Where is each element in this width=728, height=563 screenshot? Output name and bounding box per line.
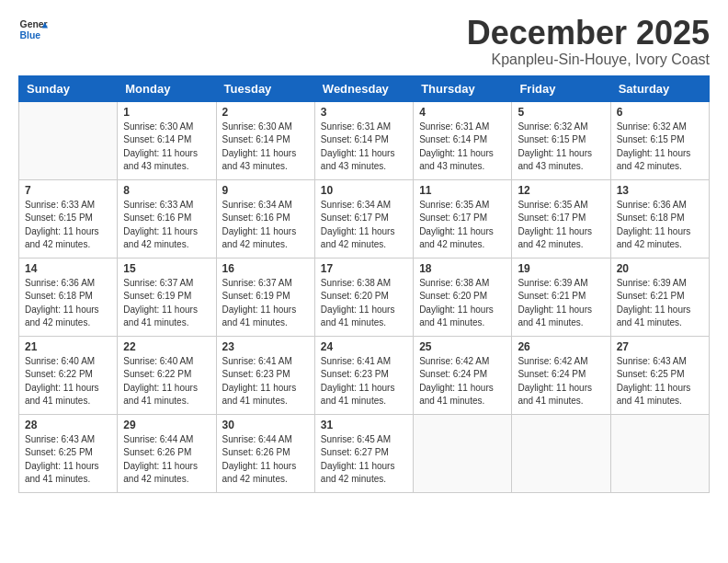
- day-number: 1: [123, 106, 210, 119]
- calendar-cell: 2Sunrise: 6:30 AM Sunset: 6:14 PM Daylig…: [216, 101, 314, 179]
- day-info: Sunrise: 6:37 AM Sunset: 6:19 PM Dayligh…: [222, 277, 309, 330]
- day-info: Sunrise: 6:43 AM Sunset: 6:25 PM Dayligh…: [617, 355, 703, 408]
- calendar-cell: 23Sunrise: 6:41 AM Sunset: 6:23 PM Dayli…: [216, 336, 314, 414]
- day-info: Sunrise: 6:42 AM Sunset: 6:24 PM Dayligh…: [518, 355, 604, 408]
- calendar-week-row: 28Sunrise: 6:43 AM Sunset: 6:25 PM Dayli…: [19, 414, 710, 492]
- day-info: Sunrise: 6:43 AM Sunset: 6:25 PM Dayligh…: [25, 433, 111, 487]
- day-info: Sunrise: 6:32 AM Sunset: 6:15 PM Dayligh…: [518, 121, 604, 174]
- day-number: 15: [123, 262, 210, 275]
- calendar-week-row: 21Sunrise: 6:40 AM Sunset: 6:22 PM Dayli…: [19, 336, 710, 414]
- calendar-cell: 10Sunrise: 6:34 AM Sunset: 6:17 PM Dayli…: [314, 179, 413, 258]
- day-info: Sunrise: 6:40 AM Sunset: 6:22 PM Dayligh…: [123, 355, 210, 408]
- calendar-cell: 31Sunrise: 6:45 AM Sunset: 6:27 PM Dayli…: [314, 414, 413, 492]
- day-number: 4: [419, 106, 506, 119]
- calendar-cell: 16Sunrise: 6:37 AM Sunset: 6:19 PM Dayli…: [216, 258, 314, 336]
- calendar-cell: [414, 414, 512, 492]
- day-info: Sunrise: 6:34 AM Sunset: 6:16 PM Dayligh…: [222, 199, 309, 252]
- calendar-cell: 22Sunrise: 6:40 AM Sunset: 6:22 PM Dayli…: [118, 336, 216, 414]
- day-number: 9: [222, 184, 309, 197]
- day-info: Sunrise: 6:39 AM Sunset: 6:21 PM Dayligh…: [518, 277, 604, 330]
- day-info: Sunrise: 6:34 AM Sunset: 6:17 PM Dayligh…: [321, 199, 407, 252]
- calendar-cell: 1Sunrise: 6:30 AM Sunset: 6:14 PM Daylig…: [118, 101, 216, 179]
- day-number: 29: [123, 419, 210, 431]
- calendar-week-row: 1Sunrise: 6:30 AM Sunset: 6:14 PM Daylig…: [19, 101, 710, 179]
- day-number: 12: [518, 184, 604, 197]
- svg-text:Blue: Blue: [20, 30, 41, 40]
- day-number: 26: [518, 340, 604, 353]
- day-number: 19: [518, 262, 604, 275]
- calendar-day-header: Thursday: [414, 75, 512, 101]
- day-number: 21: [25, 340, 111, 353]
- calendar-day-header: Friday: [512, 75, 610, 101]
- day-number: 13: [617, 184, 703, 197]
- day-info: Sunrise: 6:42 AM Sunset: 6:24 PM Dayligh…: [419, 355, 506, 408]
- calendar-cell: 20Sunrise: 6:39 AM Sunset: 6:21 PM Dayli…: [610, 258, 709, 336]
- calendar-cell: 17Sunrise: 6:38 AM Sunset: 6:20 PM Dayli…: [314, 258, 413, 336]
- day-info: Sunrise: 6:44 AM Sunset: 6:26 PM Dayligh…: [222, 433, 309, 487]
- day-number: 28: [25, 419, 111, 431]
- day-info: Sunrise: 6:41 AM Sunset: 6:23 PM Dayligh…: [321, 355, 407, 408]
- day-info: Sunrise: 6:36 AM Sunset: 6:18 PM Dayligh…: [25, 277, 111, 330]
- calendar-day-header: Tuesday: [216, 75, 314, 101]
- day-info: Sunrise: 6:38 AM Sunset: 6:20 PM Dayligh…: [419, 277, 506, 330]
- day-info: Sunrise: 6:31 AM Sunset: 6:14 PM Dayligh…: [419, 121, 506, 174]
- calendar-day-header: Wednesday: [314, 75, 413, 101]
- day-info: Sunrise: 6:32 AM Sunset: 6:15 PM Dayligh…: [617, 121, 703, 174]
- calendar-cell: [19, 101, 118, 179]
- calendar-subtitle: Kpanpleu-Sin-Houye, Ivory Coast: [467, 52, 710, 68]
- day-info: Sunrise: 6:39 AM Sunset: 6:21 PM Dayligh…: [617, 277, 703, 330]
- day-info: Sunrise: 6:30 AM Sunset: 6:14 PM Dayligh…: [222, 121, 309, 174]
- day-info: Sunrise: 6:35 AM Sunset: 6:17 PM Dayligh…: [518, 199, 604, 252]
- day-info: Sunrise: 6:45 AM Sunset: 6:27 PM Dayligh…: [321, 433, 407, 487]
- day-number: 24: [321, 340, 407, 353]
- calendar-table: SundayMondayTuesdayWednesdayThursdayFrid…: [18, 75, 710, 493]
- day-number: 17: [321, 262, 407, 275]
- day-number: 14: [25, 262, 111, 275]
- day-info: Sunrise: 6:35 AM Sunset: 6:17 PM Dayligh…: [419, 199, 506, 252]
- day-info: Sunrise: 6:38 AM Sunset: 6:20 PM Dayligh…: [321, 277, 407, 330]
- day-info: Sunrise: 6:40 AM Sunset: 6:22 PM Dayligh…: [25, 355, 111, 408]
- day-number: 3: [321, 106, 407, 119]
- calendar-cell: 15Sunrise: 6:37 AM Sunset: 6:19 PM Dayli…: [118, 258, 216, 336]
- day-number: 22: [123, 340, 210, 353]
- calendar-cell: 26Sunrise: 6:42 AM Sunset: 6:24 PM Dayli…: [512, 336, 610, 414]
- calendar-week-row: 7Sunrise: 6:33 AM Sunset: 6:15 PM Daylig…: [19, 179, 710, 258]
- calendar-cell: 7Sunrise: 6:33 AM Sunset: 6:15 PM Daylig…: [19, 179, 118, 258]
- day-number: 7: [25, 184, 111, 197]
- day-info: Sunrise: 6:41 AM Sunset: 6:23 PM Dayligh…: [222, 355, 309, 408]
- calendar-cell: [610, 414, 709, 492]
- day-info: Sunrise: 6:33 AM Sunset: 6:15 PM Dayligh…: [25, 199, 111, 252]
- calendar-header-row: SundayMondayTuesdayWednesdayThursdayFrid…: [19, 75, 710, 101]
- day-number: 8: [123, 184, 210, 197]
- calendar-cell: 9Sunrise: 6:34 AM Sunset: 6:16 PM Daylig…: [216, 179, 314, 258]
- calendar-title: December 2025: [467, 15, 710, 52]
- calendar-cell: 19Sunrise: 6:39 AM Sunset: 6:21 PM Dayli…: [512, 258, 610, 336]
- page-header: General Blue December 2025 Kpanpleu-Sin-…: [18, 15, 710, 68]
- day-number: 16: [222, 262, 309, 275]
- day-number: 5: [518, 106, 604, 119]
- logo-icon: General Blue: [18, 15, 48, 44]
- title-area: December 2025 Kpanpleu-Sin-Houye, Ivory …: [467, 15, 710, 68]
- calendar-cell: 25Sunrise: 6:42 AM Sunset: 6:24 PM Dayli…: [414, 336, 512, 414]
- day-number: 2: [222, 106, 309, 119]
- day-number: 30: [222, 419, 309, 431]
- day-number: 11: [419, 184, 506, 197]
- day-number: 18: [419, 262, 506, 275]
- day-info: Sunrise: 6:37 AM Sunset: 6:19 PM Dayligh…: [123, 277, 210, 330]
- logo: General Blue: [18, 15, 48, 44]
- day-info: Sunrise: 6:31 AM Sunset: 6:14 PM Dayligh…: [321, 121, 407, 174]
- calendar-cell: 13Sunrise: 6:36 AM Sunset: 6:18 PM Dayli…: [610, 179, 709, 258]
- day-info: Sunrise: 6:36 AM Sunset: 6:18 PM Dayligh…: [617, 199, 703, 252]
- day-number: 23: [222, 340, 309, 353]
- calendar-cell: [512, 414, 610, 492]
- calendar-cell: 8Sunrise: 6:33 AM Sunset: 6:16 PM Daylig…: [118, 179, 216, 258]
- calendar-cell: 29Sunrise: 6:44 AM Sunset: 6:26 PM Dayli…: [118, 414, 216, 492]
- calendar-cell: 6Sunrise: 6:32 AM Sunset: 6:15 PM Daylig…: [610, 101, 709, 179]
- calendar-day-header: Monday: [118, 75, 216, 101]
- calendar-cell: 4Sunrise: 6:31 AM Sunset: 6:14 PM Daylig…: [414, 101, 512, 179]
- calendar-cell: 24Sunrise: 6:41 AM Sunset: 6:23 PM Dayli…: [314, 336, 413, 414]
- calendar-week-row: 14Sunrise: 6:36 AM Sunset: 6:18 PM Dayli…: [19, 258, 710, 336]
- day-number: 10: [321, 184, 407, 197]
- calendar-cell: 3Sunrise: 6:31 AM Sunset: 6:14 PM Daylig…: [314, 101, 413, 179]
- calendar-cell: 5Sunrise: 6:32 AM Sunset: 6:15 PM Daylig…: [512, 101, 610, 179]
